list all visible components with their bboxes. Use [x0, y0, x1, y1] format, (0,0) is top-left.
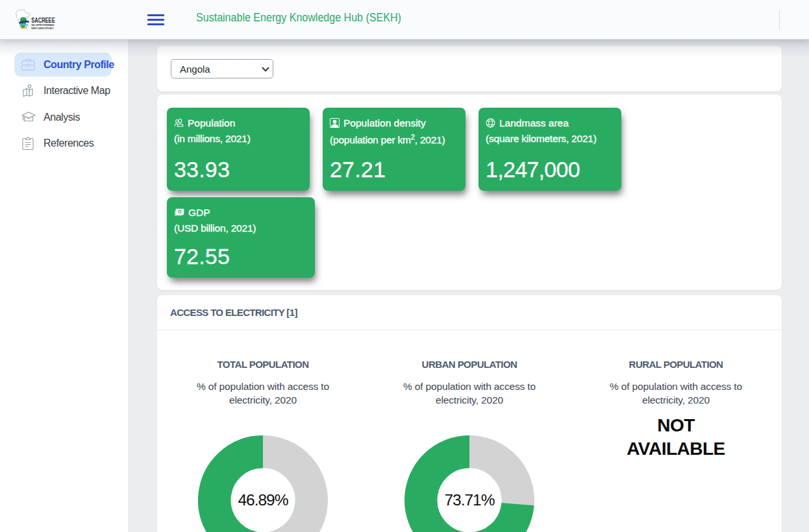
svg-text:SADC CENTRE FOR RENEWABLE: SADC CENTRE FOR RENEWABLE: [31, 24, 55, 27]
svg-text:ENERGY & ENERGY EFFICIENCY: ENERGY & ENERGY EFFICIENCY: [31, 27, 54, 30]
svg-text:SACREEE: SACREEE: [31, 16, 55, 24]
